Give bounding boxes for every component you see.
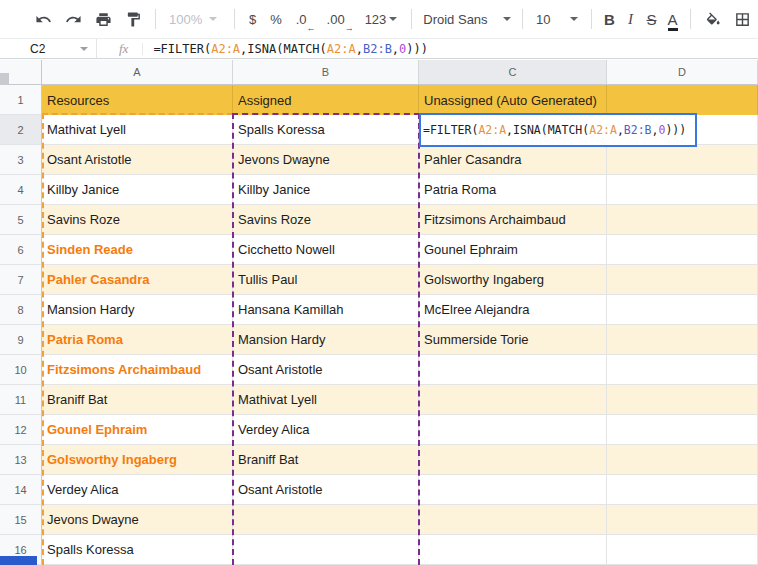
- italic-button[interactable]: I: [620, 11, 641, 28]
- cell-D3[interactable]: [607, 145, 758, 175]
- cell-A12[interactable]: Gounel Ephraim: [42, 415, 233, 445]
- cell-A16[interactable]: Spalls Koressa: [42, 535, 233, 565]
- cell-B13[interactable]: Braniff Bat: [233, 445, 419, 475]
- formula-input[interactable]: =FILTER(A2:A,ISNA(MATCH(A2:A,B2:B,0))): [153, 42, 428, 56]
- cell-A5[interactable]: Savins Roze: [42, 205, 233, 235]
- undo-button[interactable]: [31, 6, 55, 32]
- cell-D9[interactable]: [607, 325, 758, 355]
- column-header-D[interactable]: D: [607, 60, 758, 85]
- row-header-7[interactable]: 7: [0, 265, 42, 295]
- cell-C6[interactable]: Gounel Ephraim: [419, 235, 607, 265]
- cell-B16[interactable]: [233, 535, 419, 565]
- paint-format-button[interactable]: [121, 6, 145, 32]
- print-button[interactable]: [91, 6, 115, 32]
- text-color-button[interactable]: A: [662, 11, 683, 28]
- cell-A7[interactable]: Pahler Casandra: [42, 265, 233, 295]
- increase-decimals-button[interactable]: .00→: [327, 12, 351, 27]
- cell-B11[interactable]: Mathivat Lyell: [233, 385, 419, 415]
- cell-C8[interactable]: McElree Alejandra: [419, 295, 607, 325]
- cell-B3[interactable]: Jevons Dwayne: [233, 145, 419, 175]
- cell-B8[interactable]: Hansana Kamillah: [233, 295, 419, 325]
- row-header-8[interactable]: 8: [0, 295, 42, 325]
- cell-B5[interactable]: Savins Roze: [233, 205, 419, 235]
- cell-D12[interactable]: [607, 415, 758, 445]
- cell-B9[interactable]: Mansion Hardy: [233, 325, 419, 355]
- cell-D14[interactable]: [607, 475, 758, 505]
- zoom-control[interactable]: 100%: [169, 12, 221, 27]
- cell-D16[interactable]: [607, 535, 758, 565]
- cell-C15[interactable]: [419, 505, 607, 535]
- row-header-5[interactable]: 5: [0, 205, 42, 235]
- cell-C12[interactable]: [419, 415, 607, 445]
- row-header-2[interactable]: 2: [0, 115, 42, 145]
- cell-D5[interactable]: [607, 205, 758, 235]
- cell-A13[interactable]: Golsworthy Ingaberg: [42, 445, 233, 475]
- row-header-12[interactable]: 12: [0, 415, 42, 445]
- cell-D11[interactable]: [607, 385, 758, 415]
- borders-button[interactable]: [731, 6, 755, 32]
- format-currency-button[interactable]: $: [249, 12, 256, 27]
- row-header-14[interactable]: 14: [0, 475, 42, 505]
- column-header-B[interactable]: B: [233, 60, 419, 85]
- row-header-4[interactable]: 4: [0, 175, 42, 205]
- redo-button[interactable]: [61, 6, 85, 32]
- row-header-6[interactable]: 6: [0, 235, 42, 265]
- cell-B14[interactable]: Osant Aristotle: [233, 475, 419, 505]
- cell-D8[interactable]: [607, 295, 758, 325]
- font-size-select[interactable]: 10: [536, 12, 578, 27]
- cell-C10[interactable]: [419, 355, 607, 385]
- cell-A1[interactable]: Resources: [42, 85, 233, 115]
- row-header-10[interactable]: 10: [0, 355, 42, 385]
- column-header-A[interactable]: A: [42, 60, 233, 85]
- cell-B1[interactable]: Assigned: [233, 85, 419, 115]
- cell-A9[interactable]: Patria Roma: [42, 325, 233, 355]
- fill-color-button[interactable]: [701, 6, 725, 32]
- strikethrough-button[interactable]: S: [641, 11, 662, 28]
- cell-A8[interactable]: Mansion Hardy: [42, 295, 233, 325]
- cell-C11[interactable]: [419, 385, 607, 415]
- row-header-11[interactable]: 11: [0, 385, 42, 415]
- number-format-menu[interactable]: 123: [365, 12, 398, 27]
- frozen-pane-handle[interactable]: [0, 73, 9, 85]
- cell-A6[interactable]: Sinden Reade: [42, 235, 233, 265]
- cell-C3[interactable]: Pahler Casandra: [419, 145, 607, 175]
- cell-C13[interactable]: [419, 445, 607, 475]
- cell-C7[interactable]: Golsworthy Ingaberg: [419, 265, 607, 295]
- cell-D4[interactable]: [607, 175, 758, 205]
- cell-B6[interactable]: Cicchetto Nowell: [233, 235, 419, 265]
- cell-B12[interactable]: Verdey Alica: [233, 415, 419, 445]
- cell-D13[interactable]: [607, 445, 758, 475]
- cell-C5[interactable]: Fitzsimons Archaimbaud: [419, 205, 607, 235]
- cell-C9[interactable]: Summerside Torie: [419, 325, 607, 355]
- decrease-decimals-button[interactable]: .0←: [296, 12, 313, 27]
- cell-A14[interactable]: Verdey Alica: [42, 475, 233, 505]
- column-header-C[interactable]: C: [419, 60, 607, 85]
- cell-C16[interactable]: [419, 535, 607, 565]
- cell-A2[interactable]: Mathivat Lyell: [42, 115, 233, 145]
- format-percent-button[interactable]: %: [270, 12, 282, 27]
- cell-D15[interactable]: [607, 505, 758, 535]
- cell-B10[interactable]: Osant Aristotle: [233, 355, 419, 385]
- row-header-3[interactable]: 3: [0, 145, 42, 175]
- cell-A4[interactable]: Killby Janice: [42, 175, 233, 205]
- cell-A15[interactable]: Jevons Dwayne: [42, 505, 233, 535]
- row-header-13[interactable]: 13: [0, 445, 42, 475]
- row-header-9[interactable]: 9: [0, 325, 42, 355]
- cell-D10[interactable]: [607, 355, 758, 385]
- cell-A3[interactable]: Osant Aristotle: [42, 145, 233, 175]
- cell-C1[interactable]: Unassigned (Auto Generated): [419, 85, 607, 115]
- cell-editor-C2[interactable]: =FILTER(A2:A,ISNA(MATCH(A2:A,B2:B,0))): [419, 113, 697, 147]
- bold-button[interactable]: B: [599, 11, 620, 28]
- row-header-1[interactable]: 1: [0, 85, 42, 115]
- cell-A10[interactable]: Fitzsimons Archaimbaud: [42, 355, 233, 385]
- cell-B7[interactable]: Tullis Paul: [233, 265, 419, 295]
- cell-C14[interactable]: [419, 475, 607, 505]
- font-family-select[interactable]: Droid Sans: [423, 12, 511, 27]
- cell-D6[interactable]: [607, 235, 758, 265]
- cell-B4[interactable]: Killby Janice: [233, 175, 419, 205]
- row-header-15[interactable]: 15: [0, 505, 42, 535]
- name-box[interactable]: C2: [0, 42, 88, 56]
- cell-B2[interactable]: Spalls Koressa: [233, 115, 419, 145]
- cell-C4[interactable]: Patria Roma: [419, 175, 607, 205]
- cell-D7[interactable]: [607, 265, 758, 295]
